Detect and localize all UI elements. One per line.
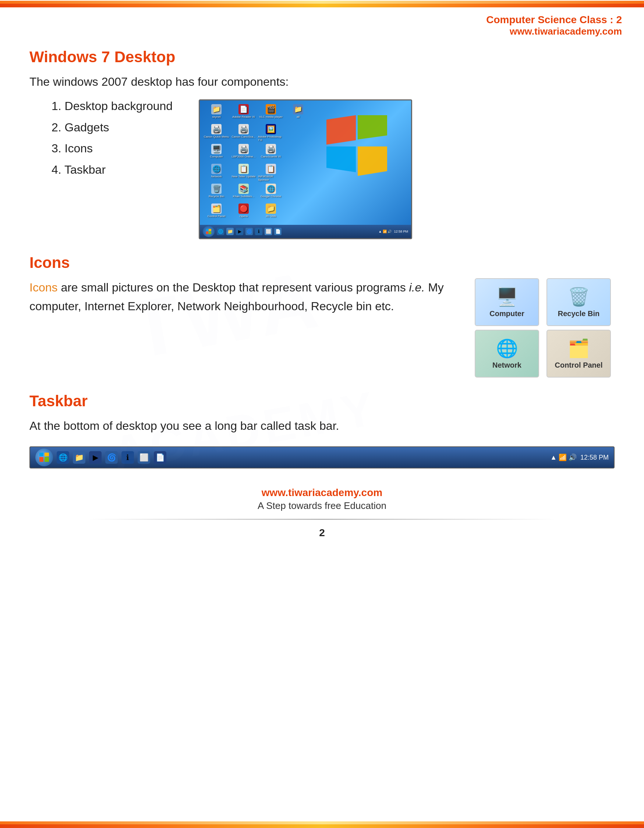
recycle-icon-label: Recycle Bin <box>558 309 600 318</box>
control-panel-icon-label: Control Panel <box>555 361 602 370</box>
windows-logo-desktop <box>323 111 393 180</box>
desktop-taskbar: 🌐 📁 ▶ 🌀 ℹ ⬜ 📄 ▲ 📶 🔊 12:58 PM <box>200 225 411 238</box>
desktop-screenshot-container: 📁 skynet 📄 Adobe Reader XI 🎬 VLC media p… <box>199 96 614 239</box>
desktop-icon-infms: 📋 INFMSBSR Sponsor <box>258 164 284 182</box>
desktop-icon-khan: 📚 Khan Subtitles... <box>231 183 257 202</box>
taskbar-full-doc[interactable]: 📄 <box>154 451 166 464</box>
windows-list: 1. Desktop background 2. Gadgets 3. Icon… <box>30 96 188 180</box>
desktop-icon-network: 🌐 Network <box>204 164 229 182</box>
header-url: www.tiwariacademy.com <box>486 26 622 37</box>
desktop-icon-canon-scan: 🖨️ Canon CanoSca... <box>231 124 257 143</box>
taskbar-title: Taskbar <box>30 392 614 410</box>
taskbar-chrome[interactable]: 🌀 <box>246 228 253 235</box>
footer-url: www.tiwariacademy.com <box>30 487 614 499</box>
computer-icon-label: Computer <box>489 309 524 318</box>
taskbar-clock-desktop: ▲ 📶 🔊 12:58 PM <box>379 230 408 233</box>
header-title: Computer Science Class : 2 <box>486 14 622 26</box>
taskbar-full-clock: 12:58 PM <box>580 454 609 461</box>
icons-description: Icons are small pictures on the Desktop … <box>30 278 456 316</box>
desktop-icon-empty3 <box>285 164 311 182</box>
network-icon-label: Network <box>492 361 522 370</box>
main-content: Windows 7 Desktop The windows 2007 deskt… <box>0 41 644 590</box>
icon-card-control-panel: 🗂️ Control Panel <box>547 330 611 378</box>
icons-cards-grid: 🖥️ Computer 🗑️ Recycle Bin 🌐 Network 🗂️ … <box>475 278 614 378</box>
list-item-2: 2. Gadgets <box>52 117 188 138</box>
footer: www.tiwariacademy.com A Step towards fre… <box>30 487 614 561</box>
list-item-3: 3. Icons <box>52 138 188 159</box>
desktop-icon-empty4 <box>285 183 311 202</box>
taskbar-full-folder[interactable]: 📁 <box>73 451 85 464</box>
start-button-full[interactable] <box>35 448 53 466</box>
taskbar-ie[interactable]: 🌐 <box>217 228 224 235</box>
footer-tagline: A Step towards free Education <box>30 500 614 511</box>
desktop-icon-recycle: 🗑️ Recycle Bin <box>204 183 229 202</box>
start-button-desktop[interactable] <box>203 226 215 237</box>
taskbar-full-play[interactable]: ▶ <box>89 451 102 464</box>
list-item-1: 1. Desktop background <box>52 96 188 117</box>
windows-title: Windows 7 Desktop <box>30 48 614 66</box>
taskbar-window[interactable]: ⬜ <box>265 228 272 235</box>
desktop-icon-empty1 <box>285 124 311 143</box>
desktop-icon-google: 🌐 Google Chrome <box>258 183 284 202</box>
desktop-screenshot: 📁 skynet 📄 Adobe Reader XI 🎬 VLC media p… <box>199 99 412 239</box>
desktop-icons: 📁 skynet 📄 Adobe Reader XI 🎬 VLC media p… <box>204 104 311 239</box>
desktop-icon-photoshop: 🖼️ Adobe Photoshop 7.0 <box>258 124 284 143</box>
desktop-icon-opera: 🔴 Opera <box>231 204 257 222</box>
header: Computer Science Class : 2 www.tiwariaca… <box>0 7 644 41</box>
footer-divider <box>88 519 556 520</box>
taskbar-full-chrome[interactable]: 🌀 <box>105 451 118 464</box>
desktop-icon-lbp: 🖨️ LBP2000 Online... <box>231 144 257 162</box>
windows-layout: 1. Desktop background 2. Gadgets 3. Icon… <box>30 96 614 239</box>
icon-card-recycle: 🗑️ Recycle Bin <box>547 278 611 326</box>
header-text: Computer Science Class : 2 www.tiwariaca… <box>486 14 622 37</box>
top-bar <box>0 1 644 7</box>
desktop-icon-empty5 <box>285 204 311 222</box>
desktop-icon-control: 🗂️ Control Panel <box>204 204 229 222</box>
desktop-icon-2dvids: 📁 2D Vids <box>258 204 284 222</box>
icon-card-computer: 🖥️ Computer <box>475 278 539 326</box>
desktop-icon-all: 📁 all <box>285 104 311 122</box>
taskbar-illustration: 🌐 📁 ▶ 🌀 ℹ ⬜ 📄 ▲ 📶 🔊 12:58 PM <box>30 446 614 469</box>
taskbar-info[interactable]: ℹ <box>255 228 262 235</box>
taskbar-tray-icons: ▲ 📶 🔊 <box>550 453 577 461</box>
footer-page: 2 <box>30 527 614 539</box>
taskbar-full-ie[interactable]: 🌐 <box>57 451 69 464</box>
icons-section: Icons Icons are small pictures on the De… <box>30 254 614 378</box>
icon-card-network: 🌐 Network <box>475 330 539 378</box>
desktop-icon-vlc: 🎬 VLC media player <box>258 104 284 122</box>
windows-section: Windows 7 Desktop The windows 2007 deskt… <box>30 48 614 239</box>
icons-layout: Icons are small pictures on the Desktop … <box>30 278 614 378</box>
taskbar-full-window[interactable]: ⬜ <box>138 451 150 464</box>
computer-icon: 🖥️ <box>496 287 518 307</box>
icons-ie: i.e. <box>409 281 425 294</box>
desktop-icon-teller: 📋 New Teller Update <box>231 164 257 182</box>
bottom-bar <box>0 822 644 828</box>
taskbar-section: Taskbar At the bottom of desktop you see… <box>30 392 614 469</box>
network-icon: 🌐 <box>496 338 518 359</box>
desktop-icon-skynet: 📁 skynet <box>204 104 229 122</box>
desktop-icon-canoscan: 🖨️ CanoScanW XI <box>258 144 284 162</box>
taskbar-folder[interactable]: 📁 <box>226 228 233 235</box>
recycle-icon: 🗑️ <box>568 287 590 307</box>
icons-title: Icons <box>30 254 614 271</box>
icons-text: Icons are small pictures on the Desktop … <box>30 278 456 320</box>
control-panel-icon: 🗂️ <box>568 338 590 359</box>
taskbar-play[interactable]: ▶ <box>236 228 243 235</box>
taskbar-description: At the bottom of desktop you see a long … <box>30 417 614 435</box>
taskbar-full-info[interactable]: ℹ <box>121 451 134 464</box>
desktop-icon-adobe-reader: 📄 Adobe Reader XI <box>231 104 257 122</box>
taskbar-full-right: ▲ 📶 🔊 12:58 PM <box>550 453 609 461</box>
desktop-icon-canon-quick: 🖨️ Canon Quick Menu <box>204 124 229 143</box>
desktop-icon-computer: 🖥️ Computer <box>204 144 229 162</box>
icons-desc-part2: are small pictures on the Desktop that r… <box>61 281 409 294</box>
taskbar-doc[interactable]: 📄 <box>274 228 282 235</box>
desktop-icon-empty2 <box>285 144 311 162</box>
windows-intro: The windows 2007 desktop has four compon… <box>30 72 614 91</box>
list-item-4: 4. Taskbar <box>52 159 188 181</box>
icons-word: Icons <box>30 281 57 294</box>
